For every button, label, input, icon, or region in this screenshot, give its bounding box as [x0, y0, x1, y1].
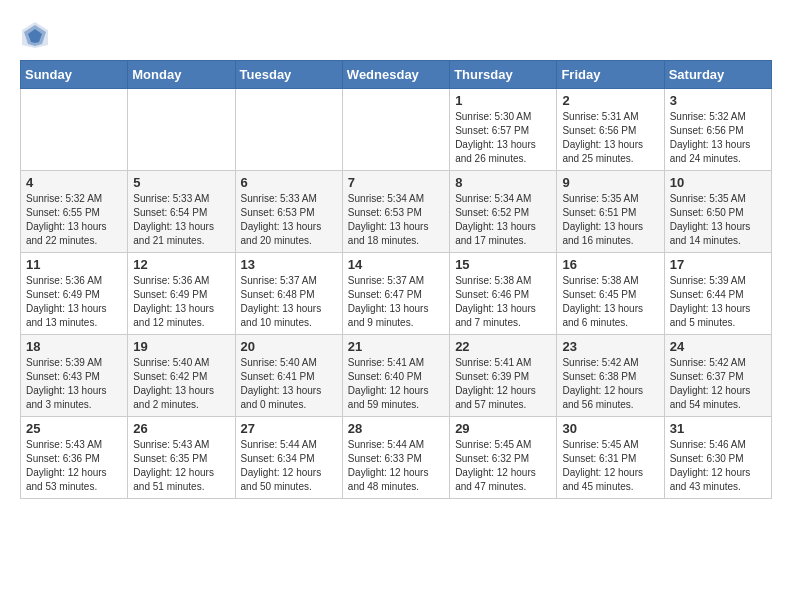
- day-number: 21: [348, 339, 444, 354]
- day-number: 7: [348, 175, 444, 190]
- day-header-tuesday: Tuesday: [235, 61, 342, 89]
- day-info: Sunrise: 5:32 AM Sunset: 6:55 PM Dayligh…: [26, 192, 122, 248]
- day-info: Sunrise: 5:31 AM Sunset: 6:56 PM Dayligh…: [562, 110, 658, 166]
- day-number: 15: [455, 257, 551, 272]
- calendar-cell: 29Sunrise: 5:45 AM Sunset: 6:32 PM Dayli…: [450, 417, 557, 499]
- day-number: 19: [133, 339, 229, 354]
- page-header: [20, 20, 772, 50]
- calendar-cell: 20Sunrise: 5:40 AM Sunset: 6:41 PM Dayli…: [235, 335, 342, 417]
- day-number: 22: [455, 339, 551, 354]
- day-number: 8: [455, 175, 551, 190]
- day-info: Sunrise: 5:33 AM Sunset: 6:54 PM Dayligh…: [133, 192, 229, 248]
- calendar-cell: 25Sunrise: 5:43 AM Sunset: 6:36 PM Dayli…: [21, 417, 128, 499]
- day-info: Sunrise: 5:34 AM Sunset: 6:53 PM Dayligh…: [348, 192, 444, 248]
- day-number: 14: [348, 257, 444, 272]
- day-number: 1: [455, 93, 551, 108]
- day-number: 4: [26, 175, 122, 190]
- day-info: Sunrise: 5:43 AM Sunset: 6:36 PM Dayligh…: [26, 438, 122, 494]
- calendar-week-row: 18Sunrise: 5:39 AM Sunset: 6:43 PM Dayli…: [21, 335, 772, 417]
- calendar-cell: 19Sunrise: 5:40 AM Sunset: 6:42 PM Dayli…: [128, 335, 235, 417]
- calendar-cell: 14Sunrise: 5:37 AM Sunset: 6:47 PM Dayli…: [342, 253, 449, 335]
- day-info: Sunrise: 5:37 AM Sunset: 6:48 PM Dayligh…: [241, 274, 337, 330]
- day-header-wednesday: Wednesday: [342, 61, 449, 89]
- calendar-cell: 24Sunrise: 5:42 AM Sunset: 6:37 PM Dayli…: [664, 335, 771, 417]
- day-info: Sunrise: 5:45 AM Sunset: 6:32 PM Dayligh…: [455, 438, 551, 494]
- day-info: Sunrise: 5:44 AM Sunset: 6:34 PM Dayligh…: [241, 438, 337, 494]
- day-number: 23: [562, 339, 658, 354]
- day-number: 3: [670, 93, 766, 108]
- calendar-cell: 22Sunrise: 5:41 AM Sunset: 6:39 PM Dayli…: [450, 335, 557, 417]
- day-info: Sunrise: 5:45 AM Sunset: 6:31 PM Dayligh…: [562, 438, 658, 494]
- day-number: 25: [26, 421, 122, 436]
- day-info: Sunrise: 5:38 AM Sunset: 6:45 PM Dayligh…: [562, 274, 658, 330]
- calendar-week-row: 4Sunrise: 5:32 AM Sunset: 6:55 PM Daylig…: [21, 171, 772, 253]
- day-number: 9: [562, 175, 658, 190]
- calendar-cell: 31Sunrise: 5:46 AM Sunset: 6:30 PM Dayli…: [664, 417, 771, 499]
- calendar-cell: 2Sunrise: 5:31 AM Sunset: 6:56 PM Daylig…: [557, 89, 664, 171]
- day-info: Sunrise: 5:39 AM Sunset: 6:43 PM Dayligh…: [26, 356, 122, 412]
- day-number: 10: [670, 175, 766, 190]
- day-header-saturday: Saturday: [664, 61, 771, 89]
- day-number: 31: [670, 421, 766, 436]
- day-info: Sunrise: 5:40 AM Sunset: 6:42 PM Dayligh…: [133, 356, 229, 412]
- day-info: Sunrise: 5:38 AM Sunset: 6:46 PM Dayligh…: [455, 274, 551, 330]
- calendar-cell: [128, 89, 235, 171]
- day-info: Sunrise: 5:43 AM Sunset: 6:35 PM Dayligh…: [133, 438, 229, 494]
- calendar-cell: 3Sunrise: 5:32 AM Sunset: 6:56 PM Daylig…: [664, 89, 771, 171]
- day-number: 28: [348, 421, 444, 436]
- calendar-cell: 12Sunrise: 5:36 AM Sunset: 6:49 PM Dayli…: [128, 253, 235, 335]
- day-number: 6: [241, 175, 337, 190]
- day-info: Sunrise: 5:40 AM Sunset: 6:41 PM Dayligh…: [241, 356, 337, 412]
- day-number: 26: [133, 421, 229, 436]
- day-info: Sunrise: 5:46 AM Sunset: 6:30 PM Dayligh…: [670, 438, 766, 494]
- day-info: Sunrise: 5:36 AM Sunset: 6:49 PM Dayligh…: [133, 274, 229, 330]
- day-header-thursday: Thursday: [450, 61, 557, 89]
- calendar-cell: 4Sunrise: 5:32 AM Sunset: 6:55 PM Daylig…: [21, 171, 128, 253]
- calendar-cell: [342, 89, 449, 171]
- calendar-cell: 9Sunrise: 5:35 AM Sunset: 6:51 PM Daylig…: [557, 171, 664, 253]
- calendar-cell: 10Sunrise: 5:35 AM Sunset: 6:50 PM Dayli…: [664, 171, 771, 253]
- day-info: Sunrise: 5:41 AM Sunset: 6:39 PM Dayligh…: [455, 356, 551, 412]
- day-info: Sunrise: 5:37 AM Sunset: 6:47 PM Dayligh…: [348, 274, 444, 330]
- calendar-cell: 15Sunrise: 5:38 AM Sunset: 6:46 PM Dayli…: [450, 253, 557, 335]
- day-info: Sunrise: 5:30 AM Sunset: 6:57 PM Dayligh…: [455, 110, 551, 166]
- calendar-cell: 11Sunrise: 5:36 AM Sunset: 6:49 PM Dayli…: [21, 253, 128, 335]
- day-info: Sunrise: 5:33 AM Sunset: 6:53 PM Dayligh…: [241, 192, 337, 248]
- day-info: Sunrise: 5:36 AM Sunset: 6:49 PM Dayligh…: [26, 274, 122, 330]
- day-number: 27: [241, 421, 337, 436]
- day-number: 5: [133, 175, 229, 190]
- day-number: 29: [455, 421, 551, 436]
- day-info: Sunrise: 5:32 AM Sunset: 6:56 PM Dayligh…: [670, 110, 766, 166]
- day-info: Sunrise: 5:44 AM Sunset: 6:33 PM Dayligh…: [348, 438, 444, 494]
- calendar-cell: 27Sunrise: 5:44 AM Sunset: 6:34 PM Dayli…: [235, 417, 342, 499]
- calendar-cell: 30Sunrise: 5:45 AM Sunset: 6:31 PM Dayli…: [557, 417, 664, 499]
- calendar-week-row: 11Sunrise: 5:36 AM Sunset: 6:49 PM Dayli…: [21, 253, 772, 335]
- day-number: 17: [670, 257, 766, 272]
- day-info: Sunrise: 5:41 AM Sunset: 6:40 PM Dayligh…: [348, 356, 444, 412]
- day-number: 12: [133, 257, 229, 272]
- day-number: 30: [562, 421, 658, 436]
- calendar-cell: [235, 89, 342, 171]
- calendar-cell: 26Sunrise: 5:43 AM Sunset: 6:35 PM Dayli…: [128, 417, 235, 499]
- day-info: Sunrise: 5:42 AM Sunset: 6:37 PM Dayligh…: [670, 356, 766, 412]
- calendar-cell: 1Sunrise: 5:30 AM Sunset: 6:57 PM Daylig…: [450, 89, 557, 171]
- calendar-cell: 18Sunrise: 5:39 AM Sunset: 6:43 PM Dayli…: [21, 335, 128, 417]
- day-info: Sunrise: 5:35 AM Sunset: 6:50 PM Dayligh…: [670, 192, 766, 248]
- calendar-cell: 13Sunrise: 5:37 AM Sunset: 6:48 PM Dayli…: [235, 253, 342, 335]
- calendar-cell: 8Sunrise: 5:34 AM Sunset: 6:52 PM Daylig…: [450, 171, 557, 253]
- day-number: 13: [241, 257, 337, 272]
- calendar-table: SundayMondayTuesdayWednesdayThursdayFrid…: [20, 60, 772, 499]
- calendar-cell: 21Sunrise: 5:41 AM Sunset: 6:40 PM Dayli…: [342, 335, 449, 417]
- day-info: Sunrise: 5:35 AM Sunset: 6:51 PM Dayligh…: [562, 192, 658, 248]
- calendar-cell: [21, 89, 128, 171]
- logo: [20, 20, 54, 50]
- day-number: 16: [562, 257, 658, 272]
- calendar-header-row: SundayMondayTuesdayWednesdayThursdayFrid…: [21, 61, 772, 89]
- day-number: 18: [26, 339, 122, 354]
- day-number: 20: [241, 339, 337, 354]
- calendar-week-row: 1Sunrise: 5:30 AM Sunset: 6:57 PM Daylig…: [21, 89, 772, 171]
- calendar-cell: 5Sunrise: 5:33 AM Sunset: 6:54 PM Daylig…: [128, 171, 235, 253]
- day-number: 11: [26, 257, 122, 272]
- day-info: Sunrise: 5:42 AM Sunset: 6:38 PM Dayligh…: [562, 356, 658, 412]
- day-info: Sunrise: 5:34 AM Sunset: 6:52 PM Dayligh…: [455, 192, 551, 248]
